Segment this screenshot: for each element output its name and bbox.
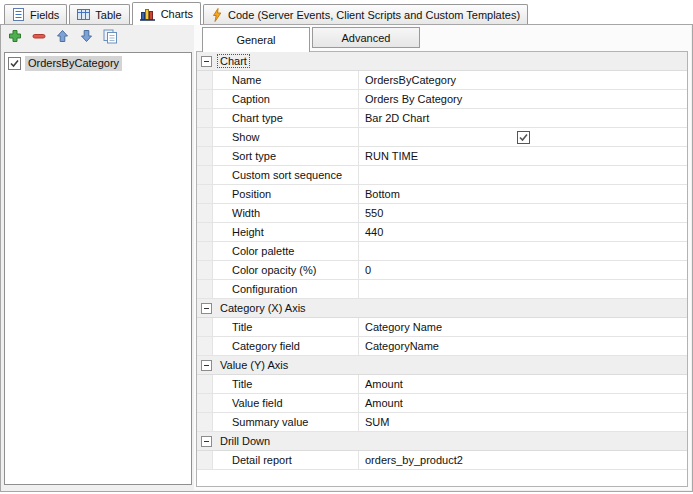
property-value[interactable]: Bottom bbox=[359, 185, 687, 203]
grid-row[interactable]: Detail reportorders_by_product2 bbox=[197, 451, 687, 470]
row-indent bbox=[197, 242, 213, 260]
property-name: Caption bbox=[213, 90, 359, 108]
row-indent bbox=[197, 451, 213, 469]
chart-enabled-checkbox[interactable] bbox=[8, 57, 21, 70]
property-value[interactable]: CategoryName bbox=[359, 337, 687, 355]
grid-row[interactable]: Configuration bbox=[197, 280, 687, 299]
property-name: Summary value bbox=[213, 413, 359, 431]
property-name: Show bbox=[213, 128, 359, 146]
property-value[interactable] bbox=[359, 166, 687, 184]
grid-row[interactable]: Custom sort sequence bbox=[197, 166, 687, 185]
grid-row[interactable]: TitleAmount bbox=[197, 375, 687, 394]
grid-section-header[interactable]: Chart bbox=[197, 52, 687, 71]
grid-row[interactable]: Height440 bbox=[197, 223, 687, 242]
grid-row[interactable]: Category fieldCategoryName bbox=[197, 337, 687, 356]
tab-code[interactable]: Code (Server Events, Client Scripts and … bbox=[203, 4, 528, 24]
property-value[interactable] bbox=[359, 128, 687, 146]
grid-row[interactable]: Show bbox=[197, 128, 687, 147]
property-name: Value field bbox=[213, 394, 359, 412]
grid-row[interactable]: Value fieldAmount bbox=[197, 394, 687, 413]
row-indent bbox=[197, 337, 213, 355]
bar-chart-icon bbox=[140, 7, 156, 21]
section-title: Chart bbox=[218, 55, 249, 67]
move-down-button[interactable] bbox=[79, 29, 94, 45]
grid-row[interactable]: Color opacity (%)0 bbox=[197, 261, 687, 280]
main-tab-bar: Fields Table Charts Code (Server Events,… bbox=[0, 0, 693, 24]
add-button[interactable] bbox=[7, 29, 22, 45]
property-value[interactable]: SUM bbox=[359, 413, 687, 431]
grid-row[interactable]: Chart typeBar 2D Chart bbox=[197, 109, 687, 128]
row-indent bbox=[197, 128, 213, 146]
property-value[interactable]: 440 bbox=[359, 223, 687, 241]
tab-fields[interactable]: Fields bbox=[4, 4, 67, 24]
grid-row[interactable]: Sort typeRUN TIME bbox=[197, 147, 687, 166]
chart-settings-window: Fields Table Charts Code (Server Events,… bbox=[0, 0, 693, 494]
tab-table[interactable]: Table bbox=[69, 4, 129, 24]
row-indent bbox=[197, 223, 213, 241]
grid-section-header[interactable]: Category (X) Axis bbox=[197, 299, 687, 318]
plus-icon bbox=[8, 29, 22, 45]
collapse-icon[interactable] bbox=[201, 56, 212, 67]
row-indent bbox=[197, 166, 213, 184]
row-indent bbox=[197, 71, 213, 89]
tab-label: General bbox=[236, 34, 275, 46]
show-checkbox[interactable] bbox=[517, 131, 530, 144]
chart-list[interactable]: OrdersByCategory bbox=[4, 52, 192, 485]
property-value[interactable]: RUN TIME bbox=[359, 147, 687, 165]
property-value[interactable] bbox=[359, 242, 687, 260]
property-name: Height bbox=[213, 223, 359, 241]
grid-row[interactable]: Color palette bbox=[197, 242, 687, 261]
property-name: Title bbox=[213, 375, 359, 393]
property-value[interactable]: Bar 2D Chart bbox=[359, 109, 687, 127]
property-value[interactable]: OrdersByCategory bbox=[359, 71, 687, 89]
list-item[interactable]: OrdersByCategory bbox=[6, 55, 190, 72]
remove-button[interactable] bbox=[31, 29, 46, 45]
chart-list-toolbar bbox=[7, 29, 118, 45]
collapse-icon[interactable] bbox=[201, 436, 212, 447]
copy-button[interactable] bbox=[103, 29, 118, 45]
grid-section-header[interactable]: Drill Down bbox=[197, 432, 687, 451]
form-icon bbox=[12, 8, 25, 21]
collapse-icon[interactable] bbox=[201, 360, 212, 371]
section-title: Value (Y) Axis bbox=[218, 359, 290, 371]
property-value[interactable]: 550 bbox=[359, 204, 687, 222]
property-value[interactable] bbox=[359, 280, 687, 298]
grid-row[interactable]: Width550 bbox=[197, 204, 687, 223]
property-value[interactable]: orders_by_product2 bbox=[359, 451, 687, 469]
grid-section-header[interactable]: Value (Y) Axis bbox=[197, 356, 687, 375]
property-value[interactable]: Amount bbox=[359, 375, 687, 393]
property-value[interactable]: Orders By Category bbox=[359, 90, 687, 108]
tab-general[interactable]: General bbox=[202, 27, 310, 52]
property-name: Custom sort sequence bbox=[213, 166, 359, 184]
property-name: Color palette bbox=[213, 242, 359, 260]
property-grid[interactable]: ChartNameOrdersByCategoryCaptionOrders B… bbox=[196, 51, 688, 487]
grid-row[interactable]: Summary valueSUM bbox=[197, 413, 687, 432]
move-up-button[interactable] bbox=[55, 29, 70, 45]
row-indent bbox=[197, 280, 213, 298]
row-indent bbox=[197, 90, 213, 108]
grid-row[interactable]: PositionBottom bbox=[197, 185, 687, 204]
row-indent bbox=[197, 204, 213, 222]
collapse-icon[interactable] bbox=[201, 303, 212, 314]
property-name: Title bbox=[213, 318, 359, 336]
grid-row[interactable]: CaptionOrders By Category bbox=[197, 90, 687, 109]
section-title: Drill Down bbox=[218, 435, 272, 447]
table-icon bbox=[77, 8, 90, 21]
property-value[interactable]: 0 bbox=[359, 261, 687, 279]
chart-detail-pane: General Advanced ChartNameOrdersByCatego… bbox=[194, 25, 691, 490]
tab-advanced[interactable]: Advanced bbox=[312, 27, 420, 48]
property-value[interactable]: Amount bbox=[359, 394, 687, 412]
chart-list-item-label: OrdersByCategory bbox=[25, 56, 122, 71]
minus-icon bbox=[32, 29, 46, 45]
tab-charts[interactable]: Charts bbox=[132, 2, 201, 25]
tab-label: Advanced bbox=[342, 32, 391, 44]
property-value[interactable]: Category Name bbox=[359, 318, 687, 336]
property-name: Configuration bbox=[213, 280, 359, 298]
grid-row[interactable]: NameOrdersByCategory bbox=[197, 71, 687, 90]
property-name: Color opacity (%) bbox=[213, 261, 359, 279]
arrow-down-icon bbox=[80, 29, 93, 45]
row-indent bbox=[197, 375, 213, 393]
grid-row[interactable]: TitleCategory Name bbox=[197, 318, 687, 337]
property-name: Sort type bbox=[213, 147, 359, 165]
row-indent bbox=[197, 394, 213, 412]
